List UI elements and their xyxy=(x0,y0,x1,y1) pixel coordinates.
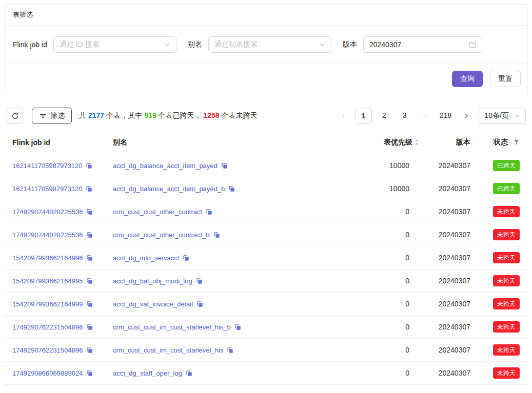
version-cell: 20240307 xyxy=(419,277,470,285)
version-cell: 20240307 xyxy=(419,231,470,239)
copy-icon[interactable] xyxy=(183,255,189,261)
flink-job-id-link[interactable]: 1542097993662164999 xyxy=(12,300,83,308)
refresh-button[interactable] xyxy=(7,108,23,124)
copy-icon[interactable] xyxy=(86,324,93,330)
col-header-id: Flink job id xyxy=(12,138,113,147)
table-row: 1621411705987973120 acct_dg_balance_acct… xyxy=(4,154,528,177)
alias-link[interactable]: crm_cust_cust_other_contract xyxy=(113,208,202,216)
query-button[interactable]: 查询 xyxy=(452,71,483,87)
table-row: 1542097993662164999 acct_dg_vat_invoice_… xyxy=(4,293,528,316)
flink-job-id-link[interactable]: 1749290762231504896 xyxy=(12,323,83,331)
filter-card-footer: 查询 重置 xyxy=(5,64,527,94)
priority-cell: 10000 xyxy=(349,184,419,193)
status-badge: 未跨天 xyxy=(493,344,520,356)
copy-icon[interactable] xyxy=(86,162,92,169)
version-cell: 20240307 xyxy=(419,184,470,193)
uncrossed-count: 1258 xyxy=(204,111,220,119)
copy-icon[interactable] xyxy=(227,347,233,354)
status-filter-icon[interactable] xyxy=(513,139,520,146)
copy-icon[interactable] xyxy=(206,209,212,215)
copy-icon[interactable] xyxy=(186,370,192,377)
alias-link[interactable]: acct_dg_vat_invoice_detail xyxy=(113,300,193,308)
flink-job-id-link[interactable]: 1749290762231504896 xyxy=(12,346,83,354)
version-cell: 20240307 xyxy=(419,369,470,377)
alias-link[interactable]: crm_cust_cust_other_contract_b xyxy=(113,231,210,239)
alias-link[interactable]: acct_dg_bal_obj_modi_log xyxy=(113,277,192,285)
flink-job-id-link[interactable]: 1749290866069889024 xyxy=(12,369,83,377)
priority-cell: 0 xyxy=(349,277,419,285)
page-button-2[interactable]: 2 xyxy=(376,108,392,124)
total-count: 2177 xyxy=(88,111,104,119)
copy-icon[interactable] xyxy=(86,301,93,307)
next-page-button[interactable] xyxy=(458,108,475,124)
alias-link[interactable]: crm_cust_cust_im_cust_starlevel_his_b xyxy=(113,323,231,331)
version-label: 版本 xyxy=(343,40,357,49)
status-badge: 未跨天 xyxy=(493,252,520,263)
version-date-input[interactable]: 20240307 xyxy=(363,36,482,53)
alias-link[interactable]: crm_cust_cust_im_cust_starlevel_his xyxy=(113,346,223,354)
prev-page-button[interactable] xyxy=(335,108,351,124)
tables-table: Flink job id 别名 表优先级 版本 状态 1621411705987… xyxy=(4,131,528,385)
copy-icon[interactable] xyxy=(86,347,93,354)
col-header-version: 版本 xyxy=(419,138,470,147)
table-summary: 共2177个表，其中919个表已跨天，1258个表未跨天 xyxy=(79,111,258,120)
copy-icon[interactable] xyxy=(86,185,92,192)
alias-link[interactable]: acct_dg_staff_oper_log xyxy=(113,369,182,377)
reset-button[interactable]: 重置 xyxy=(490,71,521,87)
chevron-down-icon xyxy=(319,42,325,48)
version-cell: 20240307 xyxy=(419,254,470,262)
copy-icon[interactable] xyxy=(86,209,93,215)
table-row: 1749290744028225536 crm_cust_cust_other_… xyxy=(4,223,528,246)
table-row: 1542097993662164996 acct_dg_info_servacc… xyxy=(4,246,528,270)
status-badge: 未跨天 xyxy=(493,229,520,240)
copy-icon[interactable] xyxy=(221,162,228,169)
status-badge: 未跨天 xyxy=(493,275,520,286)
copy-icon[interactable] xyxy=(213,232,220,238)
copy-icon[interactable] xyxy=(196,301,203,307)
copy-icon[interactable] xyxy=(86,255,93,261)
flink-job-id-link[interactable]: 1749290744028225536 xyxy=(12,231,83,239)
job-id-select[interactable]: 通过 ID 搜索 xyxy=(53,36,176,53)
table-row: 1749290762231504896 crm_cust_cust_im_cus… xyxy=(4,316,528,339)
page-button-3[interactable]: 3 xyxy=(397,108,413,124)
table-row: 1621411705987973120 acct_dg_balance_acct… xyxy=(4,177,528,200)
table-row: 1542097993662164995 acct_dg_bal_obj_modi… xyxy=(4,270,528,293)
alias-link[interactable]: acct_dg_info_servacct xyxy=(113,254,179,262)
sort-icon[interactable] xyxy=(415,138,419,146)
version-cell: 20240307 xyxy=(419,161,470,170)
page-button-218[interactable]: 218 xyxy=(438,108,454,124)
page-ellipsis[interactable]: ··· xyxy=(417,108,434,124)
chevron-down-icon xyxy=(164,42,170,48)
filter-card: 表筛选 Flink job id 通过 ID 搜索 别名 通过别名搜索 版本 xyxy=(4,4,528,94)
copy-icon[interactable] xyxy=(228,185,235,192)
filter-card-title: 表筛选 xyxy=(5,5,527,26)
status-badge: 未跨天 xyxy=(493,298,520,309)
priority-cell: 0 xyxy=(349,231,419,239)
pagination-top: 1 2 3 ··· 218 10条/页 xyxy=(335,108,526,124)
page-size-value: 10条/页 xyxy=(485,111,509,120)
status-badge: 未跨天 xyxy=(493,321,520,333)
filter-lines-icon xyxy=(39,112,47,120)
chevron-down-icon xyxy=(514,113,520,119)
filter-item-alias: 别名 通过别名搜索 xyxy=(188,36,331,53)
col-header-priority[interactable]: 表优先级 xyxy=(349,138,419,147)
alias-link[interactable]: acct_dg_balance_acct_item_payed xyxy=(113,162,218,170)
page-button-1[interactable]: 1 xyxy=(356,108,372,124)
flink-job-id-link[interactable]: 1749290744028225536 xyxy=(12,208,83,216)
alias-select[interactable]: 通过别名搜索 xyxy=(208,36,331,53)
priority-cell: 0 xyxy=(349,254,419,262)
alias-link[interactable]: acct_dg_balance_acct_item_payed_b xyxy=(113,185,225,193)
copy-icon[interactable] xyxy=(86,370,93,377)
page-size-select[interactable]: 10条/页 xyxy=(479,108,526,124)
copy-icon[interactable] xyxy=(86,232,93,238)
filter-item-job-id: Flink job id 通过 ID 搜索 xyxy=(13,36,176,53)
status-badge: 未跨天 xyxy=(493,367,520,379)
copy-icon[interactable] xyxy=(234,324,241,330)
flink-job-id-link[interactable]: 1542097993662164995 xyxy=(12,277,83,285)
filter-toggle-button[interactable]: 筛选 xyxy=(32,108,72,124)
copy-icon[interactable] xyxy=(86,278,93,284)
flink-job-id-link[interactable]: 1621411705987973120 xyxy=(12,185,82,193)
flink-job-id-link[interactable]: 1621411705987973120 xyxy=(12,162,82,170)
copy-icon[interactable] xyxy=(196,278,203,284)
flink-job-id-link[interactable]: 1542097993662164996 xyxy=(12,254,83,262)
